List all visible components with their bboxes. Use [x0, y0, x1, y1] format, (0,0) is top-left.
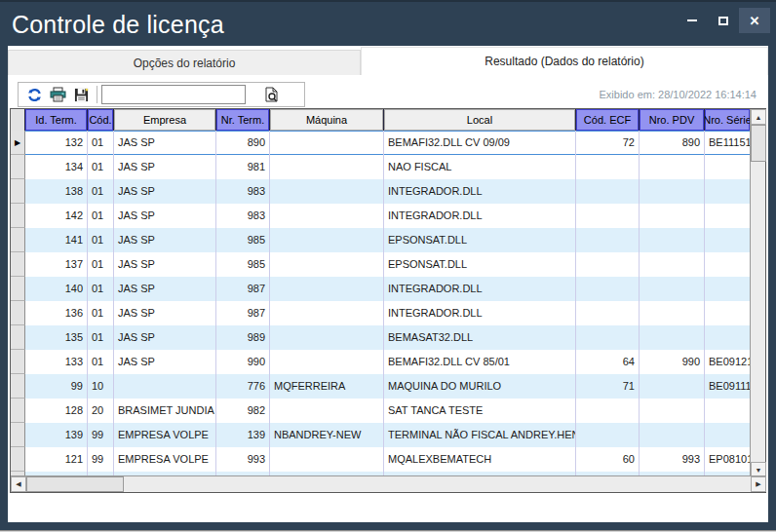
table-cell[interactable]: BEMAFI32.DLL CV 09/09	[384, 131, 576, 155]
table-row[interactable]: 12820BRASIMET JUNDIA982SAT TANCA TESTE	[11, 399, 751, 423]
table-cell[interactable]: NAO FISCAL	[384, 155, 576, 179]
table-row[interactable]: 13601JAS SP987INTEGRADOR.DLL	[11, 301, 751, 325]
table-cell[interactable]: 137	[25, 252, 88, 277]
scroll-left-button[interactable]: ◀	[11, 476, 26, 492]
table-cell[interactable]: 140	[25, 277, 88, 301]
table-cell[interactable]	[270, 277, 384, 301]
table-cell[interactable]	[576, 155, 640, 179]
table-cell[interactable]	[640, 179, 705, 204]
table-cell[interactable]	[576, 325, 640, 350]
table-cell[interactable]: BE09111010	[705, 374, 751, 399]
table-cell[interactable]: 01	[88, 277, 114, 301]
horizontal-scrollbar[interactable]: ◀ ▶	[11, 475, 766, 492]
table-cell[interactable]: 982	[216, 399, 270, 423]
column-header[interactable]: Id. Term.	[25, 109, 88, 131]
table-cell[interactable]	[705, 252, 751, 277]
table-cell[interactable]	[270, 131, 384, 155]
table-cell[interactable]: BE11151010	[705, 131, 751, 155]
table-cell[interactable]	[270, 350, 384, 374]
table-cell[interactable]	[640, 423, 705, 447]
table-cell[interactable]	[576, 252, 640, 277]
table-cell[interactable]	[640, 155, 705, 179]
table-cell[interactable]	[640, 301, 705, 325]
table-cell[interactable]	[705, 179, 751, 204]
scroll-right-button[interactable]: ▶	[751, 476, 766, 492]
table-cell[interactable]: INTEGRADOR.DLL	[384, 204, 576, 228]
table-cell[interactable]	[270, 399, 384, 423]
table-cell[interactable]	[705, 301, 751, 325]
column-header[interactable]: Cód.	[88, 109, 114, 131]
table-cell[interactable]	[640, 228, 705, 252]
table-cell[interactable]: 985	[216, 252, 270, 277]
table-cell[interactable]: 01	[88, 131, 114, 155]
table-cell[interactable]: 01	[88, 325, 114, 350]
table-cell[interactable]: 136	[25, 301, 88, 325]
table-cell[interactable]: INTEGRADOR.DLL	[384, 301, 576, 325]
table-row[interactable]: 14201JAS SP983INTEGRADOR.DLL	[11, 204, 751, 228]
table-cell[interactable]: EP08101000	[705, 447, 751, 472]
column-header[interactable]: Local	[384, 109, 576, 131]
table-cell[interactable]	[640, 325, 705, 350]
table-cell[interactable]: MQALEXBEMATECH	[384, 447, 576, 472]
close-button[interactable]: ✕	[739, 8, 770, 33]
table-cell[interactable]: 20	[88, 399, 114, 423]
scroll-up-button[interactable]: ▲	[751, 109, 766, 125]
table-cell[interactable]: INTEGRADOR.DLL	[384, 277, 576, 301]
table-cell[interactable]: 10	[88, 374, 114, 399]
table-cell[interactable]: 990	[640, 350, 705, 374]
table-cell[interactable]: 139	[216, 423, 270, 447]
table-cell[interactable]: BEMAFI32.DLL CV 85/01	[384, 350, 576, 374]
table-cell[interactable]: 99	[88, 423, 114, 447]
table-cell[interactable]	[576, 179, 640, 204]
table-cell[interactable]: 135	[25, 325, 88, 350]
table-cell[interactable]	[270, 301, 384, 325]
table-cell[interactable]: 983	[216, 204, 270, 228]
table-cell[interactable]	[705, 155, 751, 179]
maximize-button[interactable]	[708, 8, 739, 33]
table-row[interactable]: 14001JAS SP987INTEGRADOR.DLL	[11, 277, 751, 301]
column-header[interactable]: Nro. PDV	[640, 109, 705, 131]
table-cell[interactable]: MQFERREIRA	[270, 374, 384, 399]
table-cell[interactable]: 139	[25, 423, 88, 447]
table-cell[interactable]: 01	[88, 350, 114, 374]
preview-button[interactable]	[259, 84, 283, 105]
table-cell[interactable]: JAS SP	[114, 131, 216, 155]
table-cell[interactable]	[640, 277, 705, 301]
table-cell[interactable]: TERMINAL NÃO FISCAL ANDREY.HEN	[384, 423, 576, 447]
save-button[interactable]	[69, 84, 93, 105]
table-cell[interactable]: 01	[88, 204, 114, 228]
table-cell[interactable]: EMPRESA VOLPE	[114, 423, 216, 447]
table-cell[interactable]: 134	[25, 155, 88, 179]
table-cell[interactable]: BE09121010	[705, 350, 751, 374]
table-cell[interactable]: 133	[25, 350, 88, 374]
table-cell[interactable]	[705, 423, 751, 447]
table-cell[interactable]: JAS SP	[114, 325, 216, 350]
table-cell[interactable]	[270, 204, 384, 228]
table-cell[interactable]: 121	[25, 447, 88, 472]
table-cell[interactable]	[270, 325, 384, 350]
table-cell[interactable]: INTEGRADOR.DLL	[384, 179, 576, 204]
table-cell[interactable]: 128	[25, 399, 88, 423]
table-cell[interactable]: JAS SP	[114, 277, 216, 301]
table-cell[interactable]: 142	[25, 204, 88, 228]
table-cell[interactable]	[270, 252, 384, 277]
table-cell[interactable]: 141	[25, 228, 88, 252]
table-cell[interactable]	[576, 204, 640, 228]
table-cell[interactable]	[576, 423, 640, 447]
table-cell[interactable]	[640, 204, 705, 228]
tab-report-options[interactable]: Opções do relatório	[8, 50, 361, 75]
table-cell[interactable]	[640, 252, 705, 277]
table-cell[interactable]	[705, 228, 751, 252]
table-cell[interactable]: 01	[88, 179, 114, 204]
table-cell[interactable]: 890	[216, 131, 270, 155]
table-cell[interactable]: 989	[216, 325, 270, 350]
column-header[interactable]: Nr. Term.	[216, 109, 270, 131]
table-cell[interactable]: SAT TANCA TESTE	[384, 399, 576, 423]
table-row[interactable]: 14101JAS SP985EPSONSAT.DLL	[11, 228, 751, 252]
column-header[interactable]: Máquina	[270, 109, 384, 131]
table-cell[interactable]: 138	[25, 179, 88, 204]
table-row[interactable]: 9910776MQFERREIRAMAQUINA DO MURILO71BE09…	[11, 374, 751, 399]
table-cell[interactable]: 71	[576, 374, 640, 399]
table-cell[interactable]: NBANDREY-NEW	[270, 423, 384, 447]
table-cell[interactable]: 99	[25, 374, 88, 399]
